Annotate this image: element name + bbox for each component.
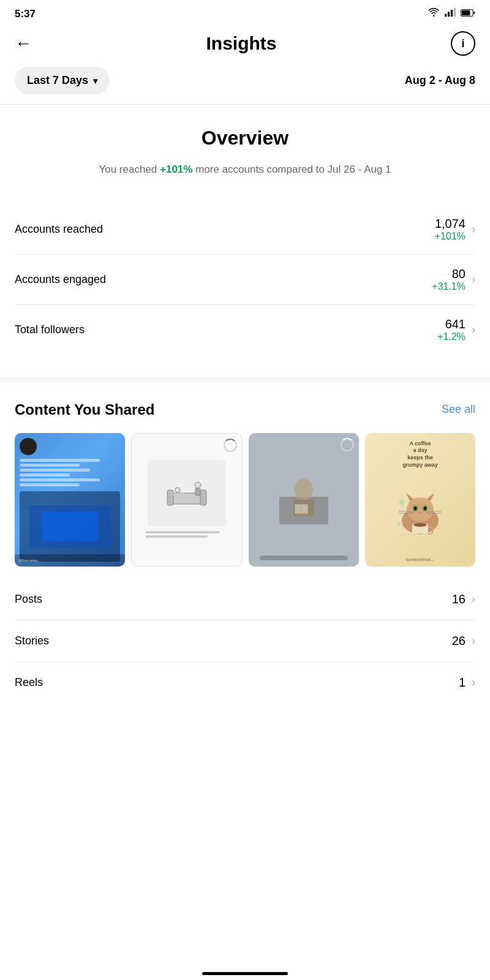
card-text-line [20, 469, 90, 472]
chevron-right-icon-2: › [472, 273, 475, 286]
metrics-section: Accounts reached 1,074 +101% › Accounts … [0, 192, 490, 377]
card-1-bottom-text: @thecranky... [18, 559, 41, 562]
content-image-card-2[interactable] [131, 433, 243, 567]
svg-point-35 [397, 522, 401, 526]
chevron-right-icon-posts: › [472, 593, 475, 606]
card-2-sketch-area [148, 460, 226, 526]
card-1-bottom: @thecranky... [15, 554, 125, 567]
metric-number-accounts-engaged: 80 [432, 267, 466, 281]
card-2-content [132, 434, 242, 566]
metric-value-group-2: 80 +31.1% › [432, 267, 475, 292]
metric-row-accounts-engaged[interactable]: Accounts engaged 80 +31.1% › [15, 255, 475, 305]
metric-label-accounts-reached: Accounts reached [15, 223, 103, 236]
metric-row-accounts-reached[interactable]: Accounts reached 1,074 +101% › [15, 205, 475, 255]
metric-change-total-followers: +1.2% [437, 331, 466, 342]
card-text-line [20, 464, 80, 467]
content-list-item-stories[interactable]: Stories 26 › [15, 620, 475, 662]
svg-rect-12 [170, 492, 185, 496]
home-indicator [0, 965, 490, 980]
svg-point-23 [414, 507, 417, 510]
content-image-card-3[interactable] [249, 433, 359, 567]
svg-point-9 [195, 482, 201, 488]
metric-value-group: 1,074 +101% › [435, 217, 475, 242]
svg-point-33 [399, 500, 404, 505]
card-1-text-lines [20, 459, 120, 486]
svg-point-25 [424, 507, 426, 510]
wifi-icon [428, 7, 440, 20]
status-bar: 5:37 [0, 0, 490, 25]
svg-point-34 [437, 497, 440, 501]
content-list-label-stories: Stories [15, 635, 49, 647]
card-text-line [20, 473, 70, 477]
card-1-image-area [20, 491, 120, 562]
card-1-inner [42, 511, 98, 541]
time-display: 5:37 [15, 8, 36, 20]
section-divider [0, 377, 490, 383]
content-list-label-reels: Reels [15, 676, 43, 689]
metric-values: 1,074 +101% [435, 217, 466, 242]
date-filter-label: Last 7 Days [27, 74, 88, 87]
chevron-right-icon-reels: › [472, 676, 475, 689]
overview-highlight: +101% [160, 164, 192, 175]
subtitle-suffix: more accounts compared to Jul 26 - Aug 1 [192, 164, 391, 175]
content-image-card-4[interactable]: A coffeea daykeeps thegrumpy away [365, 433, 475, 567]
date-range-label: Aug 2 - Aug 8 [405, 74, 475, 87]
page-title: Insights [206, 33, 276, 54]
card-2-spinner [224, 439, 237, 452]
caption-line [145, 535, 208, 538]
content-list-count-reels: 1 [459, 676, 466, 690]
content-image-card-1[interactable]: @thecranky... [15, 433, 125, 567]
card-text-line [20, 459, 100, 462]
svg-rect-10 [195, 488, 200, 496]
chevron-right-icon-stories: › [472, 635, 475, 647]
svg-rect-0 [445, 13, 447, 17]
svg-rect-2 [451, 10, 453, 17]
metric-row-total-followers[interactable]: Total followers 641 +1.2% › [15, 305, 475, 355]
see-all-button[interactable]: See all [442, 403, 475, 416]
chevron-right-icon: › [472, 223, 475, 236]
metric-values-2: 80 +31.1% [432, 267, 466, 292]
content-section: Content You Shared See all [0, 383, 490, 715]
subtitle-prefix: You reached [99, 164, 160, 175]
card-1-avatar [20, 438, 37, 455]
date-filter-button[interactable]: Last 7 Days ▾ [15, 67, 110, 94]
metric-value-group-3: 641 +1.2% › [437, 317, 475, 342]
svg-rect-3 [454, 8, 456, 17]
battery-icon [461, 8, 475, 20]
card-text-line [20, 483, 80, 486]
signal-icon [445, 7, 456, 20]
svg-rect-5 [462, 10, 470, 15]
status-icons [428, 7, 475, 20]
overview-subtitle: You reached +101% more accounts compared… [15, 162, 475, 178]
card-3-progress-bar [260, 556, 348, 560]
metric-number-accounts-reached: 1,074 [435, 217, 466, 231]
metric-number-total-followers: 641 [437, 317, 466, 331]
svg-point-11 [175, 488, 180, 492]
metric-change-accounts-engaged: +31.1% [432, 281, 466, 292]
content-list-value-posts: 16 › [452, 592, 475, 606]
metric-label-total-followers: Total followers [15, 323, 85, 336]
card-3-spinner [341, 438, 354, 451]
content-list-label-posts: Posts [15, 593, 42, 606]
cartoon-icon [162, 478, 211, 508]
content-list-count-posts: 16 [452, 592, 466, 606]
card-4-footer: somemethod... [370, 557, 470, 562]
card-2-caption [145, 531, 228, 540]
date-range-row: Last 7 Days ▾ Aug 2 - Aug 8 [0, 67, 490, 104]
back-button[interactable]: ← [15, 34, 32, 53]
info-button[interactable]: i [451, 31, 475, 56]
card-4-content: A coffeea daykeeps thegrumpy away [365, 433, 475, 567]
bottom-spacer [0, 715, 490, 752]
card-1-screen [29, 505, 110, 548]
content-header: Content You Shared See all [15, 401, 475, 418]
card-text-line [20, 478, 100, 481]
home-bar [202, 972, 288, 975]
chevron-right-icon-3: › [472, 323, 475, 336]
metric-label-accounts-engaged: Accounts engaged [15, 273, 106, 286]
overview-title: Overview [15, 127, 475, 149]
content-list-item-posts[interactable]: Posts 16 › [15, 579, 475, 620]
content-list-value-stories: 26 › [452, 634, 475, 648]
card-1-content [15, 433, 125, 567]
person-icon [276, 472, 331, 527]
content-list-item-reels[interactable]: Reels 1 › [15, 662, 475, 703]
